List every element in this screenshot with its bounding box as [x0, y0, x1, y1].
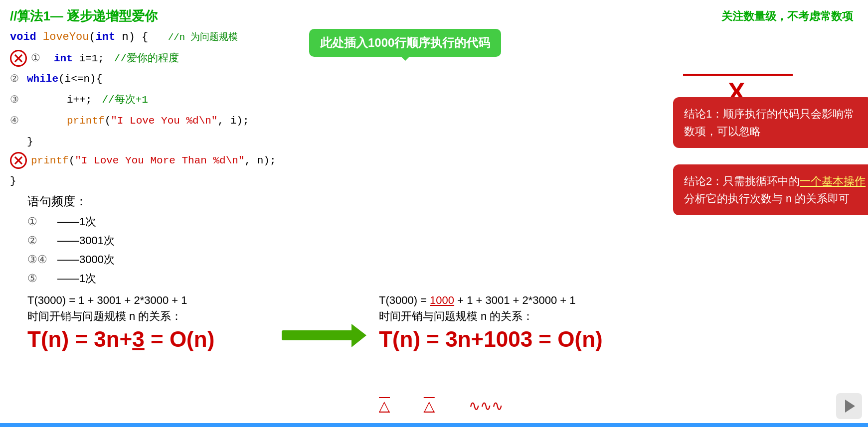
code-line-void: void loveYou (int n) { //n 为问题规模	[10, 27, 276, 47]
code-line-4: ④ printf ("I Love You %d\n", i);	[10, 112, 276, 131]
tooltip-arrow	[400, 56, 410, 66]
green-tooltip: 此处插入1000行顺序执行的代码	[309, 29, 501, 57]
formula-left: T(3000) = 1 + 3001 + 2*3000 + 1 时间开销与问题规…	[27, 294, 214, 352]
code-line-6: printf ("I Love You More Than %d\n", n);	[10, 151, 276, 170]
svg-marker-16	[351, 324, 366, 347]
freq-section: 语句频度： ① ——1次 ② ——3001次 ③④ ——3000次 ⑤ ——1次	[27, 193, 115, 290]
freq-row-2: ② ——3001次	[27, 233, 115, 248]
bottom-progress-bar[interactable]	[0, 423, 868, 427]
freq-row-1: ① ——1次	[27, 214, 115, 229]
code-line-1: ① int i=1; //爱你的程度	[10, 49, 276, 68]
strikethrough-line	[683, 74, 793, 76]
code-brace-1: }	[27, 133, 276, 151]
play-icon	[845, 400, 855, 413]
formula-left-result: T(n) = 3n+3 = O(n)	[27, 327, 214, 352]
svg-rect-15	[282, 330, 356, 340]
algo-title: //算法1— 逐步递增型爱你	[10, 7, 158, 25]
formula-right: T(3000) = 1000 + 1 + 3001 + 2*3000 + 1 时…	[379, 294, 603, 352]
freq-row-4: ⑤ ——1次	[27, 271, 115, 286]
formula-right-line1: T(3000) = 1000 + 1 + 3001 + 2*3000 + 1	[379, 294, 603, 307]
code-brace-main: }	[10, 172, 276, 191]
cross-circle-5	[10, 152, 27, 169]
code-line-3: ③ i++; //每次+1	[10, 91, 276, 110]
top-right-note: 关注数量级，不考虑常数项	[721, 9, 853, 24]
freq-row-3: ③④ ——3000次	[27, 252, 115, 267]
green-arrow	[282, 321, 366, 349]
cross-circle-1	[10, 50, 27, 67]
freq-title: 语句频度：	[27, 193, 115, 209]
play-button[interactable]	[836, 393, 862, 419]
code-block: void loveYou (int n) { //n 为问题规模 ① int i…	[10, 27, 276, 191]
bottom-annotations: △ △ ∿∿∿	[379, 398, 503, 414]
code-line-2: ② while (i<=n){	[10, 70, 276, 89]
formula-right-result: T(n) = 3n+1003 = O(n)	[379, 327, 603, 352]
speech-bubble-1: 结论1：顺序执行的代码只会影响常数项，可以忽略	[673, 97, 868, 148]
speech-bubble-2: 结论2：只需挑循环中的一个基本操作分析它的执行次数与 n 的关系即可	[673, 164, 868, 215]
